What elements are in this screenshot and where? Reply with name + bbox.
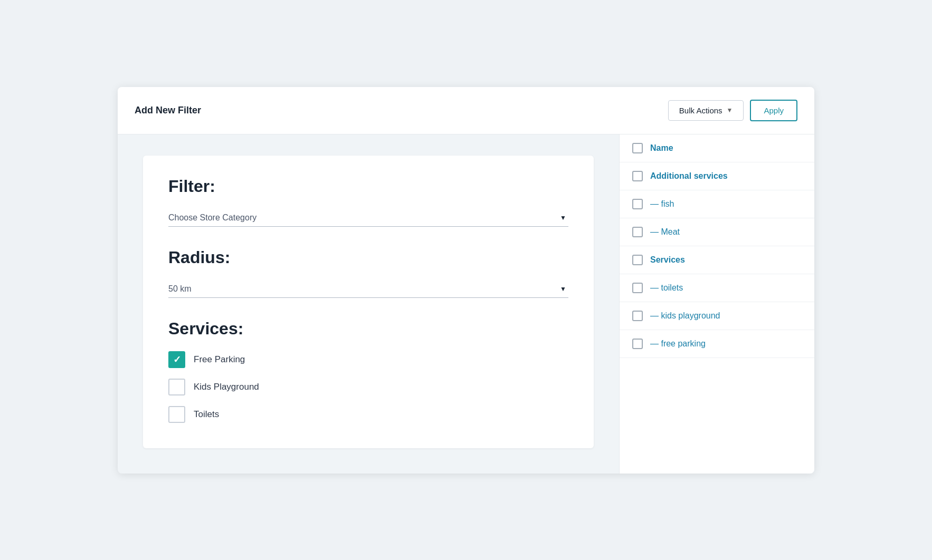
service-item-toilets[interactable]: Toilets [168, 406, 568, 423]
kids-playground-right-checkbox[interactable] [632, 311, 643, 321]
services-section: Services: Free Parking Kids Playground [168, 319, 568, 423]
filter-label: Filter: [168, 177, 568, 196]
service-item-free-parking[interactable]: Free Parking [168, 351, 568, 368]
kids-playground-label: Kids Playground [194, 382, 259, 392]
top-bar: Add New Filter Bulk Actions ▼ Apply [118, 87, 814, 134]
store-category-wrapper: Choose Store Category Groceries Electron… [168, 209, 568, 227]
services-item-label: Services [650, 255, 685, 265]
radius-select[interactable]: 10 km 25 km 50 km 100 km [168, 280, 568, 298]
meat-checkbox[interactable] [632, 227, 643, 237]
radius-section: Radius: 10 km 25 km 50 km 100 km ▼ [168, 248, 568, 298]
right-item-additional-services[interactable]: Additional services [620, 162, 814, 190]
meat-item-label: — Meat [650, 227, 680, 237]
services-checkbox[interactable] [632, 255, 643, 265]
fish-checkbox[interactable] [632, 199, 643, 209]
additional-services-item-label: Additional services [650, 171, 728, 181]
kids-playground-checkbox[interactable] [168, 379, 185, 395]
bulk-actions-label: Bulk Actions [679, 106, 722, 115]
chevron-down-icon: ▼ [727, 107, 733, 114]
toilets-right-checkbox[interactable] [632, 283, 643, 293]
free-parking-checkbox[interactable] [168, 351, 185, 368]
store-category-select[interactable]: Choose Store Category Groceries Electron… [168, 209, 568, 227]
services-label: Services: [168, 319, 568, 339]
toilets-label: Toilets [194, 409, 219, 420]
right-item-meat[interactable]: — Meat [620, 218, 814, 246]
kids-playground-item-label: — kids playground [650, 311, 720, 321]
filter-card: Filter: Choose Store Category Groceries … [143, 156, 594, 448]
filter-section: Filter: Choose Store Category Groceries … [168, 177, 568, 227]
top-bar-actions: Bulk Actions ▼ Apply [668, 100, 797, 121]
fish-item-label: — fish [650, 199, 674, 209]
page-title: Add New Filter [135, 105, 201, 116]
free-parking-label: Free Parking [194, 354, 245, 365]
free-parking-item-label: — free parking [650, 339, 706, 349]
service-item-kids-playground[interactable]: Kids Playground [168, 379, 568, 395]
bulk-actions-button[interactable]: Bulk Actions ▼ [668, 100, 744, 121]
right-item-services[interactable]: Services [620, 246, 814, 274]
main-content: Filter: Choose Store Category Groceries … [118, 134, 814, 474]
free-parking-right-checkbox[interactable] [632, 339, 643, 349]
right-item-name[interactable]: Name [620, 134, 814, 162]
left-panel: Filter: Choose Store Category Groceries … [118, 134, 619, 474]
toilets-checkbox[interactable] [168, 406, 185, 423]
right-item-free-parking[interactable]: — free parking [620, 330, 814, 358]
right-item-fish[interactable]: — fish [620, 190, 814, 218]
right-item-kids-playground[interactable]: — kids playground [620, 302, 814, 330]
main-container: Add New Filter Bulk Actions ▼ Apply Filt… [118, 87, 814, 474]
apply-button[interactable]: Apply [750, 100, 797, 121]
name-checkbox[interactable] [632, 143, 643, 153]
radius-label: Radius: [168, 248, 568, 267]
services-list: Free Parking Kids Playground Toilets [168, 351, 568, 423]
right-panel: Name Additional services — fish — Meat S… [619, 134, 814, 474]
right-item-toilets[interactable]: — toilets [620, 274, 814, 302]
name-item-label: Name [650, 143, 673, 153]
radius-wrapper: 10 km 25 km 50 km 100 km ▼ [168, 280, 568, 298]
toilets-item-label: — toilets [650, 283, 683, 293]
additional-services-checkbox[interactable] [632, 171, 643, 181]
